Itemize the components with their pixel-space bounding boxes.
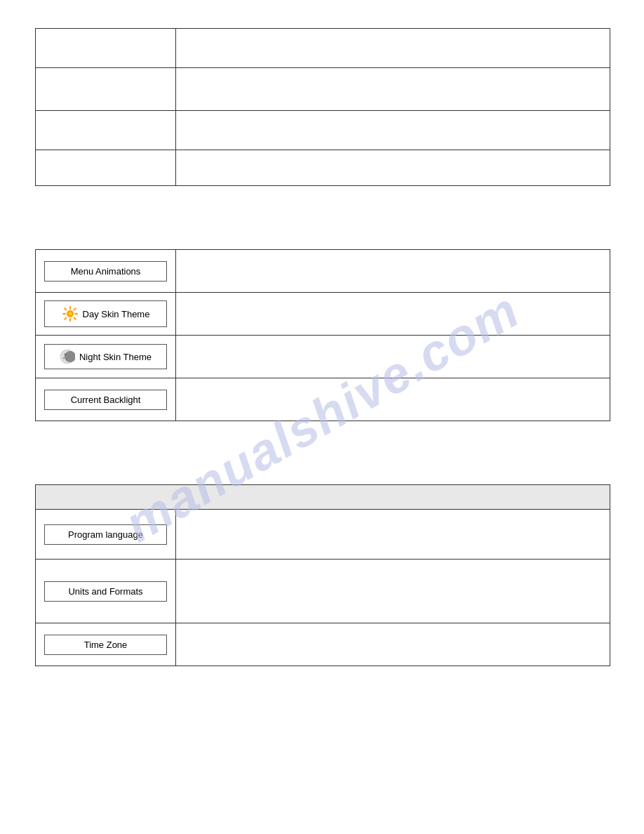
day-skin-theme-button[interactable]: Day Skin Theme [44, 300, 167, 327]
menu-animations-row: Menu Animations [36, 250, 610, 293]
menu-animations-cell: Menu Animations [36, 250, 176, 292]
section3-header-cell [36, 485, 610, 509]
day-skin-theme-value [176, 293, 610, 335]
section2-table: Menu Animations [35, 249, 610, 421]
svg-line-7 [74, 308, 75, 310]
time-zone-button[interactable]: Time Zone [44, 635, 167, 655]
units-formats-row: Units and Formats [36, 560, 610, 623]
cell-right [176, 111, 610, 150]
current-backlight-row: Current Backlight [36, 378, 610, 421]
section3-table: Program language Units and Formats Time … [35, 484, 610, 666]
units-formats-cell: Units and Formats [36, 560, 176, 623]
cell-right [176, 29, 610, 67]
svg-point-15 [63, 357, 65, 359]
time-zone-value [176, 623, 610, 666]
program-language-value [176, 510, 610, 559]
current-backlight-button[interactable]: Current Backlight [44, 390, 167, 410]
current-backlight-cell: Current Backlight [36, 378, 176, 421]
svg-point-14 [64, 354, 66, 356]
svg-point-11 [68, 312, 72, 316]
table-row [36, 29, 610, 68]
table-row [36, 111, 610, 150]
menu-animations-button[interactable]: Menu Animations [44, 261, 167, 282]
section1-table [35, 28, 610, 186]
units-formats-button[interactable]: Units and Formats [44, 581, 167, 602]
time-zone-row: Time Zone [36, 623, 610, 666]
table-row [36, 68, 610, 111]
units-formats-value [176, 560, 610, 623]
sun-icon [62, 305, 79, 322]
day-skin-theme-label: Day Skin Theme [83, 309, 150, 319]
menu-animations-label: Menu Animations [71, 266, 141, 277]
program-language-button[interactable]: Program language [44, 524, 167, 545]
night-skin-theme-button[interactable]: Night Skin Theme [44, 344, 167, 369]
program-language-label: Program language [68, 529, 143, 540]
current-backlight-value [176, 378, 610, 421]
svg-line-5 [65, 308, 66, 310]
program-language-cell: Program language [36, 510, 176, 559]
night-skin-theme-label: Night Skin Theme [79, 352, 152, 362]
current-backlight-label: Current Backlight [71, 395, 141, 405]
svg-line-6 [74, 318, 75, 319]
cell-left [36, 150, 176, 185]
program-language-row: Program language [36, 510, 610, 560]
night-skin-theme-cell: Night Skin Theme [36, 336, 176, 378]
time-zone-cell: Time Zone [36, 623, 176, 666]
units-formats-label: Units and Formats [68, 586, 142, 597]
svg-point-16 [66, 359, 67, 360]
table-row [36, 150, 610, 185]
cell-left [36, 29, 176, 67]
section3-header-row [36, 485, 610, 510]
cell-right [176, 68, 610, 110]
day-skin-theme-row: Day Skin Theme [36, 293, 610, 336]
menu-animations-value [176, 250, 610, 292]
moon-icon [60, 349, 75, 364]
cell-left [36, 68, 176, 110]
svg-line-8 [65, 318, 66, 319]
time-zone-label: Time Zone [84, 640, 128, 650]
day-skin-theme-cell: Day Skin Theme [36, 293, 176, 335]
cell-left [36, 111, 176, 150]
night-skin-theme-value [176, 336, 610, 378]
cell-right [176, 150, 610, 185]
night-skin-theme-row: Night Skin Theme [36, 336, 610, 378]
